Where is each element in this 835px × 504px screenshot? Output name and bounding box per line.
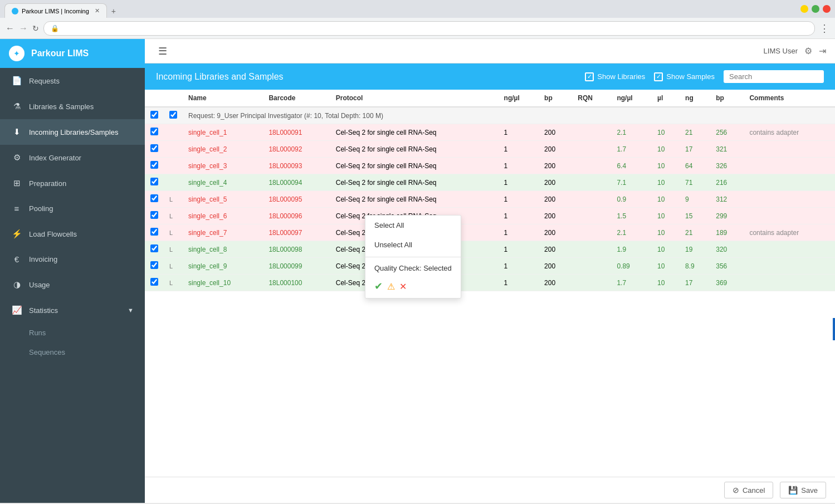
cell-name[interactable]: single_cell_1 [183, 124, 263, 141]
sidebar-item-label: Statistics [29, 306, 58, 315]
show-samples-btn[interactable]: ✓ Show Samples [654, 72, 715, 81]
sidebar-item-statistics[interactable]: 📈 Statistics ▼ [0, 297, 145, 323]
table-row: L single_cell_5 18L000095 Cel-Seq 2 for … [145, 191, 835, 208]
gear-icon[interactable]: ⚙ [804, 46, 812, 56]
table-row: L single_cell_10 18L000100 Cel-Seq 2 for… [145, 275, 835, 291]
request-group-checkbox[interactable] [150, 111, 158, 119]
cell-barcode: 18L000093 [263, 158, 330, 174]
cell-barcode: 18L000097 [263, 224, 330, 241]
cell-ul: 10 [652, 124, 680, 141]
col-checkbox [145, 90, 164, 107]
col-rqn: RQN [572, 90, 611, 107]
statistics-icon: 📈 [11, 305, 22, 315]
browser-menu[interactable]: ⋮ [819, 22, 829, 35]
col-bp1: bp [539, 90, 572, 107]
row-checkbox[interactable] [150, 261, 158, 269]
show-samples-checkbox: ✓ [654, 72, 663, 81]
cell-name[interactable]: single_cell_7 [183, 224, 263, 241]
context-menu-divider [365, 257, 461, 257]
request-group-row: Request: 9_User Principal Investigator (… [145, 107, 835, 124]
browser-tab[interactable]: Parkour LIMS | Incoming ✕ [4, 3, 107, 18]
sidebar-item-invoicing[interactable]: € Invoicing [0, 247, 145, 272]
cell-name[interactable]: single_cell_5 [183, 191, 263, 208]
qc-failed-icon[interactable]: ✕ [399, 281, 407, 292]
cell-barcode: 18L000092 [263, 141, 330, 158]
nav-forward[interactable]: → [19, 23, 28, 33]
sidebar-item-libraries-samples[interactable]: ⚗ Libraries & Samples [0, 94, 145, 119]
col-ng: ng [680, 90, 710, 107]
cell-name[interactable]: single_cell_9 [183, 258, 263, 275]
cell-name[interactable]: single_cell_4 [183, 174, 263, 191]
cell-name[interactable]: single_cell_6 [183, 208, 263, 224]
row-checkbox[interactable] [150, 278, 158, 286]
cell-name[interactable]: single_cell_3 [183, 158, 263, 174]
sidebar-item-incoming[interactable]: ⬇ Incoming Libraries/Samples [0, 119, 145, 145]
search-input[interactable] [724, 70, 824, 83]
cell-rqn [572, 124, 611, 141]
tab-close-icon[interactable]: ✕ [95, 7, 100, 14]
sidebar-item-label: Libraries & Samples [29, 102, 94, 111]
qc-warning-icon[interactable]: ⚠ [387, 281, 395, 292]
sidebar-item-pooling[interactable]: ≡ Pooling [0, 196, 145, 221]
row-checkbox[interactable] [150, 228, 158, 236]
col-check2 [164, 90, 183, 107]
show-libraries-label: Show Libraries [597, 72, 645, 81]
incoming-icon: ⬇ [11, 127, 22, 137]
sidebar-item-label: Requests [29, 77, 60, 85]
cell-barcode: 18L000099 [263, 258, 330, 275]
requests-icon: 📄 [11, 76, 22, 86]
sidebar-item-requests[interactable]: 📄 Requests [0, 68, 145, 94]
logout-icon[interactable]: ⇥ [819, 46, 826, 56]
col-barcode: Barcode [263, 90, 330, 107]
cell-name[interactable]: single_cell_8 [183, 241, 263, 258]
sidebar-item-label: Incoming Libraries/Samples [29, 128, 118, 136]
address-bar[interactable]: 🔒 [43, 21, 815, 36]
show-libraries-btn[interactable]: ✓ Show Libraries [585, 72, 645, 81]
sidebar-sub-item-sequences[interactable]: Sequences [0, 342, 145, 362]
row-checkbox[interactable] [150, 211, 158, 219]
cell-protocol: Cel-Seq 2 for single cell RNA-Seq [330, 124, 499, 141]
sidebar-item-label: Index Generator [29, 154, 81, 162]
cell-protocol: Cel-Seq 2 for single cell RNA-Seq [330, 141, 499, 158]
sidebar-item-label: Load Flowcells [29, 230, 77, 238]
cell-barcode: 18L000091 [263, 124, 330, 141]
cancel-button[interactable]: ⊘ Cancel [724, 482, 773, 498]
request-row-checkbox2[interactable] [169, 111, 177, 119]
sidebar-item-usage[interactable]: ◑ Usage [0, 272, 145, 297]
win-maximize[interactable] [812, 5, 819, 13]
table-row: L single_cell_9 18L000099 Cel-Seq 2 for … [145, 258, 835, 275]
row-checkbox[interactable] [150, 194, 158, 202]
sidebar-item-label: Invoicing [29, 255, 57, 263]
cell-name[interactable]: single_cell_10 [183, 275, 263, 291]
col-ngul1: ng/µl [499, 90, 539, 107]
nav-refresh[interactable]: ↻ [32, 24, 39, 33]
table-row: L single_cell_7 18L000097 Cel-Seq 2 for … [145, 224, 835, 241]
row-checkbox[interactable] [150, 244, 158, 252]
qc-passed-icon[interactable]: ✔ [374, 280, 383, 292]
select-all-item[interactable]: Select All [365, 216, 461, 235]
new-tab-btn[interactable]: + [107, 4, 120, 18]
win-minimize[interactable] [800, 5, 808, 13]
statistics-chevron: ▼ [128, 307, 134, 314]
sidebar-sub-item-runs[interactable]: Runs [0, 323, 145, 342]
row-checkbox[interactable] [150, 178, 158, 185]
row-checkbox[interactable] [150, 144, 158, 152]
save-icon: 💾 [788, 486, 798, 495]
unselect-all-item[interactable]: Unselect All [365, 235, 461, 255]
win-close[interactable] [823, 5, 831, 13]
cell-name[interactable]: single_cell_2 [183, 141, 263, 158]
row-flag: L [164, 275, 183, 291]
save-button[interactable]: 💾 Save [780, 482, 826, 498]
cell-ngul2: 2.1 [611, 124, 652, 141]
nav-back[interactable]: ← [6, 23, 14, 33]
row-checkbox[interactable] [150, 161, 158, 169]
sidebar-item-preparation[interactable]: ⊞ Preparation [0, 170, 145, 196]
sidebar-item-index-generator[interactable]: ⚙ Index Generator [0, 145, 145, 170]
sidebar-item-load-flowcells[interactable]: ⚡ Load Flowcells [0, 221, 145, 247]
row-flag: L [164, 258, 183, 275]
table-row: L single_cell_8 18L000098 Cel-Seq 2 for … [145, 241, 835, 258]
row-checkbox[interactable] [150, 128, 158, 135]
hamburger-button[interactable]: ☰ [154, 43, 172, 60]
cell-barcode: 18L000098 [263, 241, 330, 258]
row-flag: L [164, 241, 183, 258]
